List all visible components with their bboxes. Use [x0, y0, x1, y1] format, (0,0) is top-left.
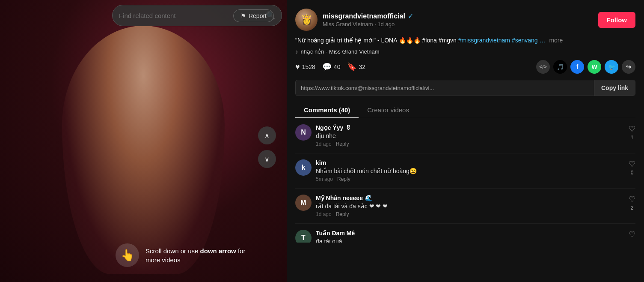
commenter-avatar: N	[295, 124, 312, 141]
reply-button[interactable]: Reply	[337, 176, 350, 182]
comment-item: k kim Nhắm bài chốt mún chết nữ hoàng😄 5…	[295, 153, 635, 189]
flag-icon: ⚑	[240, 12, 246, 19]
tab-comments[interactable]: Comments (40)	[295, 102, 359, 118]
badge-icon: 🎖	[345, 124, 351, 131]
twitter-share-button[interactable]: 🐦	[605, 60, 618, 74]
like-icon[interactable]: ♡	[629, 159, 635, 169]
creator-header: 👸 missgrandvietnamofficial ✓ Miss Grand …	[295, 9, 635, 31]
comments-list: N Ngọc Ýyy 🎖 dịu nhe 1d ago Reply ♡ 1 k	[295, 118, 635, 243]
avatar: 👸	[295, 9, 318, 31]
creator-name-row: missgrandvietnamofficial ✓	[323, 12, 593, 20]
video-content	[62, 26, 225, 274]
caption: "Nữ hoàng giải trí thế hệ mới" - LONA 🔥🔥…	[295, 36, 635, 45]
comment-text: rất đa tài và đa sắc ❤ ❤ ❤	[316, 203, 624, 210]
caption-main: "Nữ hoàng giải trí thế hệ mới" - LONA 🔥🔥…	[295, 37, 457, 44]
comment-body: kim Nhắm bài chốt mún chết nữ hoàng😄 5m …	[316, 159, 624, 182]
caption-hashtags[interactable]: #missgrandvietnam #senvang …	[458, 37, 546, 44]
commenter-avatar: T	[295, 230, 312, 243]
verified-icon: ✓	[408, 12, 413, 20]
comment-time: 5m ago	[316, 176, 333, 182]
creator-info: missgrandvietnamofficial ✓ Miss Grand Vi…	[323, 12, 593, 27]
heart-icon: ♥	[295, 63, 300, 72]
music-text[interactable]: nhạc nền - Miss Grand Vietnam	[301, 48, 380, 55]
commenter-name: Mỹ Nhân neeeee 🌊	[316, 195, 624, 201]
creator-meta: Miss Grand Vietnam · 1d ago	[323, 21, 593, 27]
badge-icon: 🌊	[365, 195, 372, 201]
bookmark-icon: 🔖	[347, 62, 356, 72]
link-url: https://www.tiktok.com/@missgrandvietnam…	[296, 81, 594, 96]
right-panel: 👸 missgrandvietnamofficial ✓ Miss Grand …	[287, 0, 644, 282]
chevron-up-icon: ∧	[264, 132, 270, 140]
commenter-name: Ngọc Ýyy 🎖	[316, 124, 624, 131]
comment-time: 1d ago	[316, 211, 332, 217]
like-count: 1528	[302, 63, 315, 70]
follow-button[interactable]: Follow	[598, 12, 636, 28]
bookmark-action[interactable]: 🔖 32	[347, 62, 365, 72]
comment-item: T Tuấn Đam Mê đa tài quá ♡	[295, 224, 635, 243]
comment-like: ♡	[629, 230, 635, 243]
comment-item: M Mỹ Nhân neeeee 🌊 rất đa tài và đa sắc …	[295, 189, 635, 224]
like-count: 0	[631, 170, 634, 176]
commenter-avatar: M	[295, 195, 312, 211]
like-icon[interactable]: ♡	[629, 195, 635, 204]
reply-button[interactable]: Reply	[336, 141, 349, 147]
reply-button[interactable]: Reply	[336, 211, 349, 217]
caption-more[interactable]: more	[549, 37, 563, 44]
comment-like: ♡ 0	[629, 159, 635, 182]
creator-username[interactable]: missgrandvietnamofficial	[323, 12, 405, 20]
like-icon[interactable]: ♡	[629, 230, 635, 239]
comment-like: ♡ 1	[629, 124, 635, 147]
copy-link-button[interactable]: Copy link	[594, 80, 635, 96]
comment-body: Mỹ Nhân neeeee 🌊 rất đa tài và đa sắc ❤ …	[316, 195, 624, 217]
comment-time: 1d ago	[316, 141, 332, 147]
music-note-icon: ♪	[295, 48, 298, 55]
embed-share-button[interactable]: </>	[536, 60, 550, 74]
link-bar: https://www.tiktok.com/@missgrandvietnam…	[295, 80, 635, 96]
facebook-share-button[interactable]: f	[570, 60, 584, 74]
comment-meta: 1d ago Reply	[316, 141, 624, 147]
comment-like: ♡ 2	[629, 195, 635, 217]
video-panel: 🔍 ⚑ Report ∧ ∨ 👆 Scroll down or use down…	[0, 0, 287, 282]
like-action[interactable]: ♥ 1528	[295, 63, 315, 72]
share-icons: </> 🎵 f W 🐦 ↪	[536, 60, 635, 74]
whatsapp-share-button[interactable]: W	[588, 60, 601, 74]
like-count: 1	[631, 135, 634, 141]
tabs: Comments (40) Creator videos	[295, 102, 635, 118]
commenter-name: kim	[316, 159, 624, 166]
action-bar: ♥ 1528 💬 40 🔖 32 </> 🎵 f W 🐦 ↪	[295, 60, 635, 74]
comment-item: N Ngọc Ýyy 🎖 dịu nhe 1d ago Reply ♡ 1	[295, 118, 635, 153]
comment-text: đa tài quá	[316, 238, 624, 243]
commenter-name: Tuấn Đam Mê	[316, 230, 624, 237]
comment-action[interactable]: 💬 40	[322, 62, 341, 72]
comment-body: Ngọc Ýyy 🎖 dịu nhe 1d ago Reply	[316, 124, 624, 147]
scroll-hint: 👆 Scroll down or use down arrow formore …	[116, 243, 245, 267]
report-button[interactable]: ⚑ Report	[233, 9, 274, 22]
music-line: ♪ nhạc nền - Miss Grand Vietnam	[295, 48, 635, 55]
like-icon[interactable]: ♡	[629, 124, 635, 134]
commenter-avatar: k	[295, 159, 312, 176]
scroll-hint-text: Scroll down or use down arrow formore vi…	[145, 246, 245, 264]
comment-text: dịu nhe	[316, 132, 624, 139]
comment-icon: 💬	[322, 62, 332, 72]
hand-icon: 👆	[116, 243, 139, 267]
tab-creator-videos[interactable]: Creator videos	[359, 102, 418, 118]
like-count: 2	[631, 205, 634, 211]
comment-count: 40	[334, 63, 341, 70]
nav-up-button[interactable]: ∧	[258, 126, 276, 144]
comment-meta: 1d ago Reply	[316, 211, 624, 217]
comment-meta: 5m ago Reply	[316, 176, 624, 182]
comment-text: Nhắm bài chốt mún chết nữ hoàng😄	[316, 168, 624, 174]
comment-body: Tuấn Đam Mê đa tài quá	[316, 230, 624, 243]
report-label: Report	[249, 12, 267, 19]
bookmark-count: 32	[359, 63, 365, 70]
tiktok-share-button[interactable]: 🎵	[553, 60, 567, 74]
forward-share-button[interactable]: ↪	[622, 60, 635, 74]
chevron-down-icon: ∨	[264, 155, 270, 163]
nav-down-button[interactable]: ∨	[258, 150, 276, 168]
